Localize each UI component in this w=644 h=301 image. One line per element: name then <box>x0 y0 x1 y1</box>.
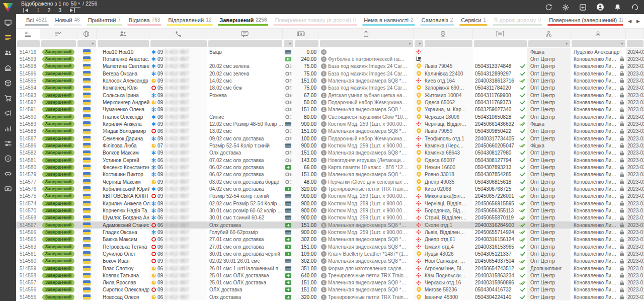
column-header-products[interactable] <box>319 28 414 39</box>
tab-Самовивіз[interactable]: Самовивіз2 <box>418 14 457 28</box>
sidebar-item-products[interactable] <box>0 76 16 91</box>
filter-input-country[interactable]: ▼ <box>77 40 96 47</box>
column-header-client[interactable] <box>97 28 149 39</box>
tab-Відправлений[interactable]: Відправлений12 <box>164 14 215 28</box>
table-row[interactable]: 514591ЗавершенийЧумаченко Олена093 412 8… <box>16 106 644 113</box>
sidebar-item-settings[interactable] <box>0 136 16 151</box>
table-row[interactable]: 514575ЗавершенийКВІТОВСЬКА ЮЛІЯ093 412 8… <box>16 193 644 200</box>
first-page-button[interactable] <box>23 8 29 13</box>
tab-Завершений[interactable]: Завершений2256 <box>215 14 271 28</box>
table-row[interactable]: 514561ЗавершенийСучилов Олег063 412 8573… <box>16 250 644 257</box>
app-logo-icon[interactable] <box>0 0 16 15</box>
column-header-date[interactable] <box>626 28 644 39</box>
table-row[interactable]: 514594ЗавершенийКомпанец Юля053 412 8571… <box>16 85 644 92</box>
table-row[interactable]: 514590ЗавершенийГнатюк Олексндр063 412 8… <box>16 113 644 120</box>
column-header-manager[interactable] <box>571 28 626 39</box>
table-row[interactable]: 514587ЗавершенийСеменюк Дарина093 412 85… <box>16 135 644 142</box>
tab-Прийнятий[interactable]: Прийнятий7 <box>84 14 125 28</box>
table-row[interactable]: 514579ЗавершенийКостишин Виктор093 412 8… <box>16 171 644 178</box>
table-row[interactable]: 514576ЗавершенийКобилинський Юрий063 412… <box>16 185 644 192</box>
filter-input-delivery[interactable]: ▼ <box>415 40 423 47</box>
sidebar-item-info[interactable] <box>0 151 16 166</box>
tab-Сервіси[interactable]: Сервіси1 <box>457 14 490 28</box>
table-row[interactable]: 514559ЗавершенийВлас Слотюу063 412 85726… <box>16 265 644 272</box>
column-header-payment_amount[interactable] <box>283 28 319 39</box>
table-row[interactable]: 514588ЗавершенийЖидак Володимир063 412 8… <box>16 128 644 135</box>
column-header-comment[interactable] <box>207 28 283 39</box>
table-row[interactable]: 514577ЗавершенийЧерниш Максим093 412 857… <box>16 178 644 185</box>
tab-Нема в наявності[interactable]: Нема в наявності2 <box>360 14 417 28</box>
table-row[interactable]: 514599ЗавершенийПотапенко Анастас…093 41… <box>16 55 644 62</box>
column-header-id[interactable]: ID <box>16 28 40 39</box>
filter-input-city[interactable] <box>425 40 472 47</box>
bell-icon[interactable] <box>614 4 621 11</box>
profile-icon[interactable] <box>596 3 604 11</box>
filter-input-products[interactable]: ▼ <box>320 40 413 47</box>
table-row[interactable]: 514716ЗавершенийНов10 Нов10093 412 857Вы… <box>16 48 644 55</box>
table-row[interactable]: 514563ЗавершенийПетровська Тетяна063 412… <box>16 243 644 250</box>
filter-input-tracking[interactable] <box>474 40 527 47</box>
table-row[interactable]: 514592ЗавершенийМерклингер Андрей093 412… <box>16 99 644 106</box>
filter-input-comment[interactable] <box>208 40 282 47</box>
table-row[interactable]: 514595ЗавершенийКолосок Александр093 412… <box>16 77 644 84</box>
refresh-icon[interactable] <box>545 4 552 11</box>
filter-input-channel[interactable]: ▼ <box>528 40 570 47</box>
table-row[interactable]: 514560ЗавершенийБокоч Иван093 412 85702.… <box>16 258 644 265</box>
table-row[interactable]: 514566ЗавершенийГладик Оксана093 412 857… <box>16 229 644 236</box>
tab-Всі[interactable]: Всі4521 <box>22 14 51 28</box>
sidebar-item-statistics[interactable] <box>0 121 16 136</box>
table-row[interactable]: 514582ЗавершенийВолков Максим093 412 857… <box>16 149 644 157</box>
last-page-button[interactable] <box>69 8 75 13</box>
table-row[interactable]: 514589ЗавершенийКирилич Анжела093 412 85… <box>16 120 644 127</box>
tabs-scroll-left-icon[interactable]: ◀ <box>628 19 631 24</box>
table-row[interactable]: 514568ЗавершенийШумляс Богдана Ан…063 41… <box>16 214 644 221</box>
page-number[interactable]: 1 <box>37 8 40 13</box>
table-row[interactable]: 514598ЗавершенийМалютина Светлана093 412… <box>16 63 644 70</box>
table-row[interactable]: 514556ЗавершенийСиротюк Олександр093 412… <box>16 286 644 293</box>
filter-input-manager[interactable]: ▼ <box>572 40 625 47</box>
column-header-delivery_city[interactable] <box>414 28 473 39</box>
table-row[interactable]: 514570ЗавершенийКорнелюк Надія Та…093 41… <box>16 207 644 214</box>
tab-Повернення товару (в дорозі)[interactable]: Повернення товару (в дорозі)0 <box>271 14 360 28</box>
tabs-scroll-right-icon[interactable]: ▶ <box>636 19 640 24</box>
table-row[interactable]: 514580ЗавершенийФесенко Константин063 41… <box>16 164 644 171</box>
filter-input-payment[interactable]: ▼ <box>284 40 293 47</box>
page-size-selector[interactable]: 50▼ <box>70 1 80 8</box>
page-number[interactable]: 3 <box>58 8 61 13</box>
table-row[interactable]: 514567ЗавершенийАдамовский Станис…063 41… <box>16 221 644 229</box>
sidebar-item-marketing[interactable] <box>0 106 16 121</box>
column-header-phone[interactable] <box>149 28 207 39</box>
table-row[interactable]: 514586ЗавершенийФіліпова Люба073 412 857… <box>16 142 644 149</box>
column-header-tracking[interactable] <box>473 28 527 39</box>
sidebar-item-company[interactable] <box>0 60 16 76</box>
table-row[interactable]: 514574ЗавершенийКирилич Анжела Ол…093 41… <box>16 200 644 207</box>
table-row[interactable]: 514596ЗавершенийВегера Оксана093 412 857… <box>16 70 644 77</box>
filter-input-client[interactable] <box>98 40 149 47</box>
page-number[interactable]: 2 <box>48 8 51 13</box>
table-row[interactable]: 514593ЗавершенийСольська Ірина093 412 85… <box>16 92 644 99</box>
sidebar-item-clients[interactable] <box>0 45 16 60</box>
support-icon[interactable] <box>631 3 639 11</box>
sidebar-item-dashboard[interactable] <box>0 15 16 30</box>
table-row[interactable]: 514557ЗавершенийЛила Ярослав093 412 8572… <box>16 279 644 286</box>
filter-input-amount[interactable] <box>295 40 318 47</box>
column-header-channel[interactable] <box>527 28 571 39</box>
tab-Новый[interactable]: Новый46 <box>51 14 84 28</box>
table-row[interactable]: 514565ЗавершенийБаюка Максим063 412 8572… <box>16 236 644 243</box>
table-row[interactable]: 514581ЗавершенийУстинов Сергей063 412 85… <box>16 157 644 164</box>
filter-input-date[interactable] <box>627 40 643 47</box>
sidebar-item-partners[interactable] <box>0 166 16 181</box>
sidebar-item-tutorials[interactable] <box>0 181 16 196</box>
column-header-country[interactable] <box>76 28 97 39</box>
filter-input-status[interactable] <box>41 40 76 47</box>
filter-input-id[interactable] <box>17 40 40 47</box>
sidebar-item-procurement[interactable] <box>0 91 16 106</box>
gear-icon[interactable] <box>562 4 570 11</box>
tab-Відмова[interactable]: Відмова763 <box>125 14 164 28</box>
sidebar-item-orders[interactable] <box>0 30 16 45</box>
table-row[interactable]: 514555ЗавершенийНовосад Олеся063 412 857… <box>16 293 644 300</box>
tab-Повернення (завершений)[interactable]: Повернення (завершений)125 <box>545 14 631 28</box>
add-icon[interactable] <box>579 4 587 11</box>
table-row[interactable]: 514558ЗавершенийКовпак Татьяна093 412 85… <box>16 272 644 279</box>
tab-В дорозі додому[interactable]: В дорозі додому0 <box>490 14 545 28</box>
